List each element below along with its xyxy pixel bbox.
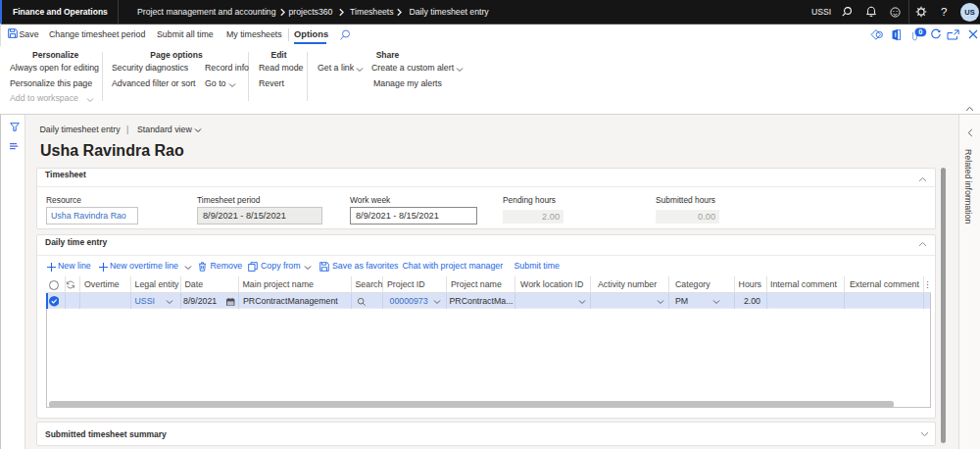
svg-text:0: 0: [918, 27, 922, 36]
